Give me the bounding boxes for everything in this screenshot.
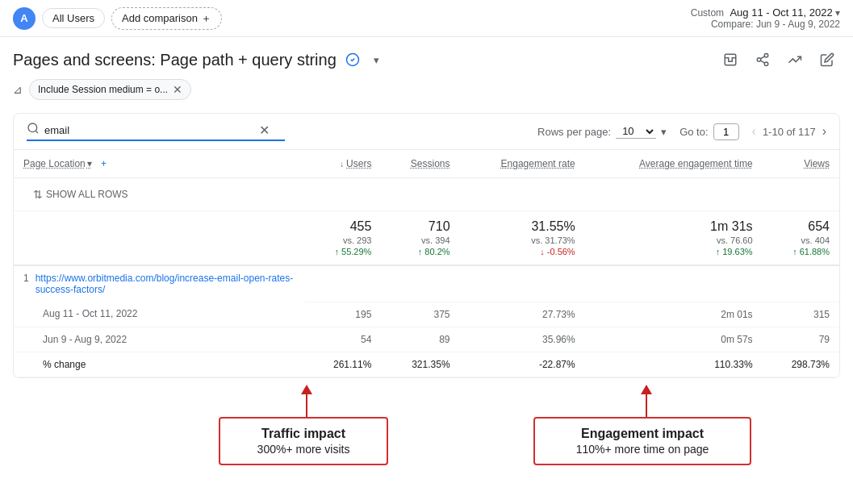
header-actions xyxy=(717,47,840,73)
page-location-col-link[interactable]: Page Location ▾ xyxy=(23,158,92,169)
chevron-select-icon: ▾ xyxy=(661,126,667,138)
chevron-down-icon[interactable]: ▾ xyxy=(367,50,387,69)
show-all-rows-button[interactable]: ⇅ SHOW ALL ROWS xyxy=(23,185,295,204)
summary-engagement-rate: 31.55% vs. 31.73% ↓ -0.56% xyxy=(460,211,585,266)
pagination-text: 1-10 of 117 xyxy=(763,126,816,138)
add-dimension-button[interactable]: + xyxy=(101,158,107,169)
row1-date2-avg: 0m 57s xyxy=(585,327,763,352)
main-content: ✕ Rows per page: 10 25 50 100 ▾ Go to: ‹… xyxy=(13,113,840,378)
summary-views: 654 vs. 404 ↑ 61.88% xyxy=(763,211,839,266)
chevron-icon: ▾ xyxy=(835,7,840,19)
check-circle-icon[interactable] xyxy=(343,50,362,69)
users-col-link[interactable]: Users xyxy=(346,158,371,169)
show-all-rows-row: ⇅ SHOW ALL ROWS xyxy=(14,178,839,211)
date-range-main[interactable]: Custom Aug 11 - Oct 11, 2022 ▾ xyxy=(691,6,840,19)
row1-date1-users: 195 xyxy=(304,302,381,327)
top-bar-right: Custom Aug 11 - Oct 11, 2022 ▾ Compare: … xyxy=(691,6,840,30)
engagement-annotation-title: Engagement impact xyxy=(548,427,737,441)
pagination-info: ‹ 1-10 of 117 › xyxy=(752,124,826,139)
prev-page-button[interactable]: ‹ xyxy=(752,124,756,139)
col-header-views: Views xyxy=(763,150,839,178)
col-header-avg-engagement: Average engagement time xyxy=(585,150,763,178)
engagement-rate-col-link[interactable]: Engagement rate xyxy=(501,158,575,169)
sessions-col-link[interactable]: Sessions xyxy=(411,158,450,169)
summary-users: 455 vs. 293 ↑ 55.29% xyxy=(304,211,381,266)
pct-engagement: -22.87% xyxy=(460,352,585,377)
filter-chip-label: Include Session medium = o... xyxy=(38,84,168,95)
pct-change-row: % change 261.11% 321.35% -22.87% 110.33%… xyxy=(14,352,839,377)
svg-rect-1 xyxy=(725,54,736,65)
filter-bar: ⊿ Include Session medium = o... ✕ xyxy=(0,73,853,106)
row1-date2-views: 79 xyxy=(763,327,839,352)
pct-avg: 110.33% xyxy=(585,352,763,377)
sort-chevron-icon: ▾ xyxy=(87,158,92,169)
rows-per-page: Rows per page: 10 25 50 100 ▾ xyxy=(537,124,667,139)
table-toolbar: ✕ Rows per page: 10 25 50 100 ▾ Go to: ‹… xyxy=(14,114,839,150)
summary-sessions: 710 vs. 394 ↑ 80.2% xyxy=(381,211,459,266)
page-title-area: Pages and screens: Page path + query str… xyxy=(13,50,387,69)
views-col-link[interactable]: Views xyxy=(804,158,830,169)
filter-chip[interactable]: Include Session medium = o... ✕ xyxy=(29,79,191,100)
traffic-annotation-box: Traffic impact 300%+ more visits xyxy=(219,417,388,465)
search-box: ✕ xyxy=(27,122,285,141)
svg-point-3 xyxy=(757,58,761,62)
row1-date1-views: 315 xyxy=(763,302,839,327)
segment-chip[interactable]: All Users xyxy=(42,8,105,28)
next-page-button[interactable]: › xyxy=(822,124,826,139)
row1-date1-avg: 2m 01s xyxy=(585,302,763,327)
date-row-1: Aug 11 - Oct 11, 2022 195 375 27.73% 2m … xyxy=(14,302,839,327)
rows-per-page-select[interactable]: 10 25 50 100 xyxy=(616,124,656,139)
add-comparison-button[interactable]: Add comparison ＋ xyxy=(111,7,222,30)
traffic-annotation-subtitle: 300%+ more visits xyxy=(233,443,374,456)
col-header-users: ↓ Users xyxy=(304,150,381,178)
row1-date2-engagement: 35.96% xyxy=(460,327,585,352)
filter-chip-close-button[interactable]: ✕ xyxy=(173,83,182,96)
row1-date1-engagement: 27.73% xyxy=(460,302,585,327)
svg-point-4 xyxy=(764,62,768,66)
summary-row: 455 vs. 293 ↑ 55.29% 710 vs. 394 ↑ 80.2%… xyxy=(14,211,839,266)
svg-point-2 xyxy=(764,54,768,58)
top-bar-left: A All Users Add comparison ＋ xyxy=(13,7,222,30)
traffic-arrow-head xyxy=(301,385,312,394)
page-url[interactable]: https://www.orbitmedia.com/blog/increase… xyxy=(36,273,295,295)
col-header-sessions: Sessions xyxy=(381,150,459,178)
filter-icon: ⊿ xyxy=(13,83,23,96)
edit-icon-button[interactable] xyxy=(814,47,840,73)
row-number: 1 xyxy=(23,273,29,284)
col-header-engagement-rate: Engagement rate xyxy=(460,150,585,178)
share-icon-button[interactable] xyxy=(750,47,776,73)
trend-icon-button[interactable] xyxy=(782,47,808,73)
annotations-area: Traffic impact 300%+ more visits Engagem… xyxy=(13,385,840,489)
chart-icon-button[interactable] xyxy=(717,47,743,73)
svg-line-8 xyxy=(36,131,38,133)
page-title: Pages and screens: Page path + query str… xyxy=(13,51,337,69)
svg-line-5 xyxy=(760,60,764,63)
row1-date2-users: 54 xyxy=(304,327,381,352)
search-clear-button[interactable]: ✕ xyxy=(259,123,270,138)
date-row-2: Jun 9 - Aug 9, 2022 54 89 35.96% 0m 57s … xyxy=(14,327,839,352)
page-header: Pages and screens: Page path + query str… xyxy=(0,37,853,73)
goto-section: Go to: xyxy=(679,123,738,140)
summary-avg-engagement: 1m 31s vs. 76.60 ↑ 19.63% xyxy=(585,211,763,266)
sort-down-icon: ↓ xyxy=(340,160,346,169)
avatar: A xyxy=(13,7,36,30)
rows-per-page-label: Rows per page: xyxy=(537,126,611,138)
traffic-annotation-title: Traffic impact xyxy=(233,427,374,441)
pct-users: 261.11% xyxy=(304,352,381,377)
data-table: Page Location ▾ + ↓ Users Sessions Engag… xyxy=(14,150,839,377)
traffic-arrow-line xyxy=(306,394,307,417)
avg-engagement-col-link[interactable]: Average engagement time xyxy=(639,158,753,169)
plus-icon: ＋ xyxy=(201,11,211,26)
table-header-row: Page Location ▾ + ↓ Users Sessions Engag… xyxy=(14,150,839,178)
row1-date2-sessions: 89 xyxy=(381,327,459,352)
search-input[interactable] xyxy=(44,124,254,136)
engagement-annotation-box: Engagement impact 110%+ more time on pag… xyxy=(533,417,751,465)
pct-views: 298.73% xyxy=(763,352,839,377)
goto-input[interactable] xyxy=(713,123,739,140)
engagement-arrow-head xyxy=(641,385,652,394)
svg-point-7 xyxy=(28,123,37,132)
goto-label: Go to: xyxy=(679,126,708,138)
engagement-arrow-line xyxy=(646,394,647,417)
row1-date1-sessions: 375 xyxy=(381,302,459,327)
table-row: 1 https://www.orbitmedia.com/blog/increa… xyxy=(14,265,839,302)
